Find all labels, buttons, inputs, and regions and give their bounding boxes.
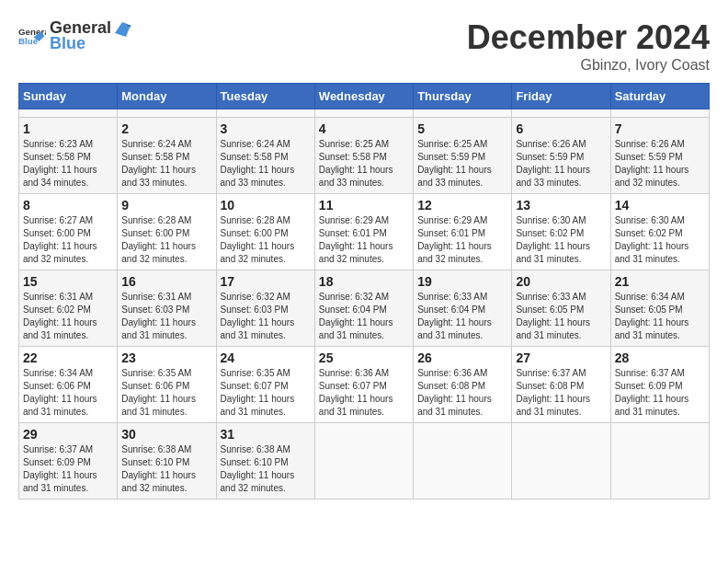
day-info: Sunrise: 6:32 AMSunset: 6:03 PMDaylight:… bbox=[221, 291, 311, 342]
calendar-cell: 4Sunrise: 6:25 AMSunset: 5:58 PMDaylight… bbox=[314, 118, 413, 194]
day-number: 21 bbox=[615, 274, 705, 289]
day-header-monday: Monday bbox=[118, 84, 216, 109]
calendar-cell: 20Sunrise: 6:33 AMSunset: 6:05 PMDayligh… bbox=[512, 270, 610, 347]
day-info: Sunrise: 6:28 AMSunset: 6:00 PMDaylight:… bbox=[221, 214, 311, 266]
day-info: Sunrise: 6:34 AMSunset: 6:06 PMDaylight:… bbox=[23, 367, 113, 419]
day-info: Sunrise: 6:31 AMSunset: 6:03 PMDaylight:… bbox=[121, 291, 211, 342]
day-number: 2 bbox=[121, 121, 211, 136]
day-header-thursday: Thursday bbox=[414, 84, 512, 109]
calendar-cell: 29Sunrise: 6:37 AMSunset: 6:09 PMDayligh… bbox=[19, 423, 118, 500]
calendar-cell: 17Sunrise: 6:32 AMSunset: 6:03 PMDayligh… bbox=[216, 270, 314, 347]
logo-arrow-icon bbox=[113, 20, 133, 37]
logo: General Blue General Blue bbox=[18, 18, 133, 53]
logo-icon: General Blue bbox=[18, 25, 46, 47]
calendar-cell bbox=[216, 109, 314, 118]
day-number: 14 bbox=[615, 198, 705, 213]
day-number: 6 bbox=[516, 121, 606, 136]
day-info: Sunrise: 6:33 AMSunset: 6:05 PMDaylight:… bbox=[516, 291, 606, 342]
day-number: 10 bbox=[221, 198, 311, 213]
calendar-cell: 3Sunrise: 6:24 AMSunset: 5:58 PMDaylight… bbox=[216, 118, 314, 194]
day-number: 9 bbox=[121, 198, 211, 213]
day-info: Sunrise: 6:24 AMSunset: 5:58 PMDaylight:… bbox=[221, 138, 311, 190]
svg-text:Blue: Blue bbox=[18, 36, 39, 46]
calendar-cell: 14Sunrise: 6:30 AMSunset: 6:02 PMDayligh… bbox=[610, 194, 709, 270]
day-number: 31 bbox=[221, 427, 311, 442]
day-number: 23 bbox=[121, 350, 211, 365]
calendar-week-row: 1Sunrise: 6:23 AMSunset: 5:58 PMDaylight… bbox=[19, 118, 710, 194]
calendar-cell bbox=[414, 109, 512, 118]
calendar-cell: 12Sunrise: 6:29 AMSunset: 6:01 PMDayligh… bbox=[414, 194, 512, 270]
day-number: 4 bbox=[319, 121, 409, 136]
day-number: 22 bbox=[23, 350, 113, 365]
calendar-cell: 18Sunrise: 6:32 AMSunset: 6:04 PMDayligh… bbox=[314, 270, 413, 347]
day-number: 29 bbox=[23, 427, 113, 442]
day-info: Sunrise: 6:38 AMSunset: 6:10 PMDaylight:… bbox=[221, 443, 311, 495]
calendar-cell bbox=[512, 109, 610, 118]
day-info: Sunrise: 6:27 AMSunset: 6:00 PMDaylight:… bbox=[23, 214, 113, 266]
day-number: 30 bbox=[121, 427, 211, 442]
calendar-cell: 1Sunrise: 6:23 AMSunset: 5:58 PMDaylight… bbox=[19, 118, 118, 194]
calendar-week-row: 22Sunrise: 6:34 AMSunset: 6:06 PMDayligh… bbox=[19, 347, 710, 423]
calendar-cell: 13Sunrise: 6:30 AMSunset: 6:02 PMDayligh… bbox=[512, 194, 610, 270]
day-number: 16 bbox=[121, 274, 211, 289]
day-header-tuesday: Tuesday bbox=[216, 84, 314, 109]
day-info: Sunrise: 6:25 AMSunset: 5:58 PMDaylight:… bbox=[319, 138, 409, 190]
day-info: Sunrise: 6:38 AMSunset: 6:10 PMDaylight:… bbox=[121, 443, 211, 495]
day-info: Sunrise: 6:29 AMSunset: 6:01 PMDaylight:… bbox=[417, 214, 507, 266]
day-number: 20 bbox=[516, 274, 606, 289]
calendar-cell bbox=[118, 109, 216, 118]
calendar-week-row: 29Sunrise: 6:37 AMSunset: 6:09 PMDayligh… bbox=[19, 423, 710, 500]
day-number: 15 bbox=[23, 274, 113, 289]
day-number: 27 bbox=[516, 350, 606, 365]
day-number: 26 bbox=[417, 350, 507, 365]
calendar-cell: 6Sunrise: 6:26 AMSunset: 5:59 PMDaylight… bbox=[512, 118, 610, 194]
day-info: Sunrise: 6:26 AMSunset: 5:59 PMDaylight:… bbox=[516, 138, 606, 190]
header: General Blue General Blue December 2024 … bbox=[18, 18, 710, 74]
calendar-cell bbox=[512, 423, 610, 500]
day-number: 17 bbox=[221, 274, 311, 289]
day-info: Sunrise: 6:30 AMSunset: 6:02 PMDaylight:… bbox=[516, 214, 606, 266]
day-info: Sunrise: 6:35 AMSunset: 6:07 PMDaylight:… bbox=[221, 367, 311, 419]
location-title: Gbinzo, Ivory Coast bbox=[467, 57, 710, 74]
day-info: Sunrise: 6:29 AMSunset: 6:01 PMDaylight:… bbox=[319, 214, 409, 266]
calendar-cell: 9Sunrise: 6:28 AMSunset: 6:00 PMDaylight… bbox=[118, 194, 216, 270]
day-number: 28 bbox=[615, 350, 705, 365]
day-info: Sunrise: 6:28 AMSunset: 6:00 PMDaylight:… bbox=[121, 214, 211, 266]
calendar-week-row: 8Sunrise: 6:27 AMSunset: 6:00 PMDaylight… bbox=[19, 194, 710, 270]
calendar-cell: 11Sunrise: 6:29 AMSunset: 6:01 PMDayligh… bbox=[314, 194, 413, 270]
day-number: 25 bbox=[319, 350, 409, 365]
day-number: 19 bbox=[417, 274, 507, 289]
calendar-table: SundayMondayTuesdayWednesdayThursdayFrid… bbox=[18, 83, 710, 500]
day-info: Sunrise: 6:36 AMSunset: 6:07 PMDaylight:… bbox=[319, 367, 409, 419]
calendar-cell: 31Sunrise: 6:38 AMSunset: 6:10 PMDayligh… bbox=[216, 423, 314, 500]
day-info: Sunrise: 6:36 AMSunset: 6:08 PMDaylight:… bbox=[417, 367, 507, 419]
day-info: Sunrise: 6:31 AMSunset: 6:02 PMDaylight:… bbox=[23, 291, 113, 342]
day-number: 24 bbox=[221, 350, 311, 365]
calendar-cell: 27Sunrise: 6:37 AMSunset: 6:08 PMDayligh… bbox=[512, 347, 610, 423]
calendar-cell: 24Sunrise: 6:35 AMSunset: 6:07 PMDayligh… bbox=[216, 347, 314, 423]
day-header-saturday: Saturday bbox=[610, 84, 709, 109]
calendar-cell: 19Sunrise: 6:33 AMSunset: 6:04 PMDayligh… bbox=[414, 270, 512, 347]
day-info: Sunrise: 6:30 AMSunset: 6:02 PMDaylight:… bbox=[615, 214, 705, 266]
day-info: Sunrise: 6:24 AMSunset: 5:58 PMDaylight:… bbox=[121, 138, 211, 190]
day-number: 3 bbox=[221, 121, 311, 136]
day-number: 7 bbox=[615, 121, 705, 136]
title-area: December 2024 Gbinzo, Ivory Coast bbox=[467, 18, 710, 74]
calendar-cell bbox=[610, 109, 709, 118]
calendar-cell: 15Sunrise: 6:31 AMSunset: 6:02 PMDayligh… bbox=[19, 270, 118, 347]
calendar-cell: 16Sunrise: 6:31 AMSunset: 6:03 PMDayligh… bbox=[118, 270, 216, 347]
calendar-cell bbox=[19, 109, 118, 118]
day-number: 18 bbox=[319, 274, 409, 289]
calendar-cell: 5Sunrise: 6:25 AMSunset: 5:59 PMDaylight… bbox=[414, 118, 512, 194]
day-number: 1 bbox=[23, 121, 113, 136]
calendar-cell: 22Sunrise: 6:34 AMSunset: 6:06 PMDayligh… bbox=[19, 347, 118, 423]
day-info: Sunrise: 6:37 AMSunset: 6:09 PMDaylight:… bbox=[23, 443, 113, 495]
calendar-cell: 10Sunrise: 6:28 AMSunset: 6:00 PMDayligh… bbox=[216, 194, 314, 270]
day-info: Sunrise: 6:37 AMSunset: 6:08 PMDaylight:… bbox=[516, 367, 606, 419]
calendar-cell: 23Sunrise: 6:35 AMSunset: 6:06 PMDayligh… bbox=[118, 347, 216, 423]
calendar-cell: 7Sunrise: 6:26 AMSunset: 5:59 PMDaylight… bbox=[610, 118, 709, 194]
day-number: 11 bbox=[319, 198, 409, 213]
day-info: Sunrise: 6:32 AMSunset: 6:04 PMDaylight:… bbox=[319, 291, 409, 342]
day-header-sunday: Sunday bbox=[19, 84, 118, 109]
calendar-week-row bbox=[19, 109, 710, 118]
